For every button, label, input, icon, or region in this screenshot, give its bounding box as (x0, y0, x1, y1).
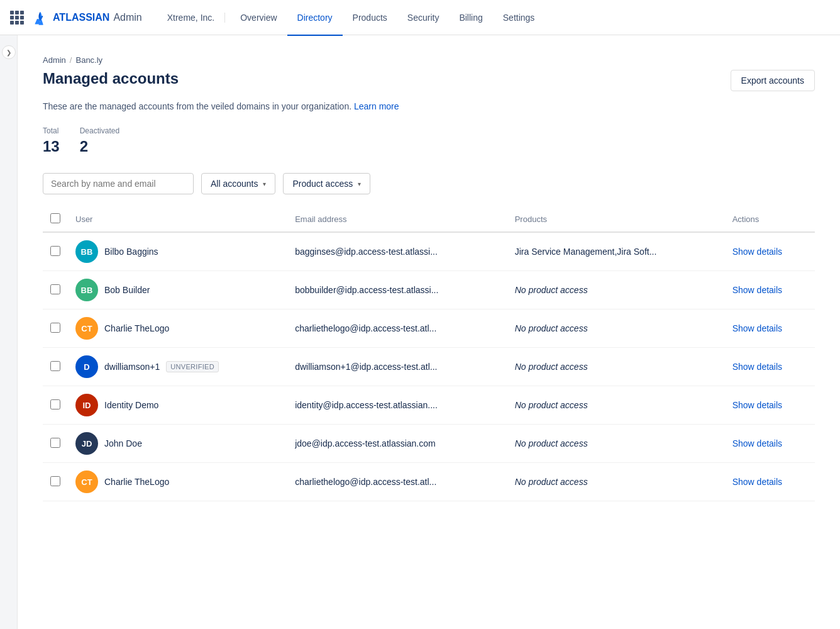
user-name: John Doe (104, 438, 142, 448)
nav-item-products[interactable]: Products (343, 1, 397, 36)
breadcrumb-org[interactable]: Banc.ly (75, 55, 102, 65)
user-name: Bob Builder (104, 285, 150, 295)
user-email: charliethelogo@idp.access-test.atl... (287, 463, 507, 501)
table-row: JDJohn Doejdoe@idp.access-test.atlassian… (43, 425, 815, 463)
nav-items: Overview Directory Products Security Bil… (230, 0, 544, 35)
show-details-link[interactable]: Show details (732, 438, 782, 448)
user-name: Bilbo Baggins (104, 247, 158, 257)
row-checkbox[interactable] (50, 361, 60, 371)
nav-item-settings[interactable]: Settings (493, 1, 545, 36)
user-products: Jira Service Management,Jira Soft... (507, 232, 725, 271)
avatar: ID (75, 394, 98, 416)
user-products: No product access (507, 309, 725, 348)
user-products: No product access (507, 463, 725, 501)
user-email: jdoe@idp.access-test.atlassian.com (287, 425, 507, 463)
col-header-user: User (68, 207, 287, 232)
user-products: No product access (507, 271, 725, 309)
avatar: JD (75, 432, 98, 455)
logo-atlassian-text: ATLASSIAN (53, 12, 109, 23)
row-checkbox[interactable] (50, 438, 60, 448)
row-checkbox[interactable] (50, 246, 60, 256)
table-row: CTCharlie TheLogocharliethelogo@idp.acce… (43, 463, 815, 501)
table-row: IDIdentity Demoidentity@idp.access-test.… (43, 386, 815, 425)
atlassian-logo: ATLASSIAN Admin (31, 9, 142, 26)
avatar: BB (75, 240, 98, 263)
stat-total-value: 13 (43, 138, 60, 155)
col-check (43, 207, 68, 232)
user-products: No product access (507, 425, 725, 463)
table-row: BBBilbo Bagginsbagginses@idp.access-test… (43, 232, 815, 271)
row-checkbox[interactable] (50, 284, 60, 294)
user-products: No product access (507, 348, 725, 386)
page-title: Managed accounts (43, 70, 179, 87)
user-email: bagginses@idp.access-test.atlassi... (287, 232, 507, 271)
main-content: Admin / Banc.ly Managed accounts Export … (18, 35, 840, 629)
stat-deactivated: Deactivated 2 (80, 126, 119, 155)
row-checkbox[interactable] (50, 399, 60, 409)
search-input[interactable] (43, 173, 194, 194)
user-name: Identity Demo (104, 400, 158, 410)
nav-item-security[interactable]: Security (397, 1, 450, 36)
filters: All accounts ▾ Product access ▾ (43, 173, 815, 194)
show-details-link[interactable]: Show details (732, 247, 782, 257)
sidebar-toggle[interactable]: ❯ (0, 35, 18, 629)
layout: ❯ Admin / Banc.ly Managed accounts Expor… (0, 35, 840, 629)
page-header: Managed accounts Export accounts (43, 70, 815, 91)
unverified-badge: UNVERIFIED (166, 361, 219, 372)
product-access-dropdown[interactable]: Product access ▾ (283, 173, 370, 194)
topnav: ATLASSIAN Admin Xtreme, Inc. Overview Di… (0, 0, 840, 35)
learn-more-link[interactable]: Learn more (354, 101, 399, 111)
user-email: charliethelogo@idp.access-test.atl... (287, 309, 507, 348)
user-products: No product access (507, 386, 725, 425)
user-name: dwilliamson+1 (104, 362, 160, 372)
nav-item-directory[interactable]: Directory (287, 1, 343, 36)
show-details-link[interactable]: Show details (732, 400, 782, 410)
col-header-email: Email address (287, 207, 507, 232)
org-name[interactable]: Xtreme, Inc. (157, 13, 225, 23)
chevron-down-icon-2: ▾ (358, 181, 361, 187)
stat-deactivated-label: Deactivated (80, 126, 119, 135)
select-all-checkbox[interactable] (50, 213, 60, 223)
user-name: Charlie TheLogo (104, 323, 169, 333)
show-details-link[interactable]: Show details (732, 362, 782, 372)
stat-total-label: Total (43, 126, 60, 135)
avatar: D (75, 355, 98, 378)
show-details-link[interactable]: Show details (732, 285, 782, 295)
table-row: CTCharlie TheLogocharliethelogo@idp.acce… (43, 309, 815, 348)
accounts-table: User Email address Products Actions BBBi… (43, 207, 815, 501)
product-access-label: Product access (292, 179, 353, 189)
sidebar-toggle-btn[interactable]: ❯ (2, 45, 16, 59)
nav-item-overview[interactable]: Overview (230, 1, 287, 36)
user-email: dwilliamson+1@idp.access-test.atl... (287, 348, 507, 386)
user-email: bobbuilder@idp.access-test.atlassi... (287, 271, 507, 309)
stat-deactivated-value: 2 (80, 138, 119, 155)
user-email: identity@idp.access-test.atlassian.... (287, 386, 507, 425)
user-name: Charlie TheLogo (104, 477, 169, 487)
row-checkbox[interactable] (50, 476, 60, 486)
avatar: CT (75, 317, 98, 340)
avatar: CT (75, 470, 98, 493)
row-checkbox[interactable] (50, 323, 60, 333)
breadcrumb-sep: / (70, 55, 72, 65)
description-text: These are the managed accounts from the … (43, 101, 351, 111)
breadcrumb-admin[interactable]: Admin (43, 55, 66, 65)
grid-icon[interactable] (10, 11, 24, 25)
breadcrumb: Admin / Banc.ly (43, 55, 815, 65)
all-accounts-dropdown[interactable]: All accounts ▾ (201, 173, 275, 194)
export-accounts-button[interactable]: Export accounts (731, 70, 815, 91)
all-accounts-label: All accounts (211, 179, 258, 189)
table-row: BBBob Builderbobbuilder@idp.access-test.… (43, 271, 815, 309)
table-row: Ddwilliamson+1UNVERIFIEDdwilliamson+1@id… (43, 348, 815, 386)
logo-admin-text: Admin (113, 12, 141, 23)
chevron-down-icon: ▾ (263, 181, 266, 187)
stats: Total 13 Deactivated 2 (43, 126, 815, 155)
col-header-products: Products (507, 207, 725, 232)
show-details-link[interactable]: Show details (732, 323, 782, 333)
description: These are the managed accounts from the … (43, 101, 815, 111)
avatar: BB (75, 279, 98, 301)
col-header-actions: Actions (725, 207, 815, 232)
nav-item-billing[interactable]: Billing (449, 1, 492, 36)
show-details-link[interactable]: Show details (732, 477, 782, 487)
stat-total: Total 13 (43, 126, 60, 155)
